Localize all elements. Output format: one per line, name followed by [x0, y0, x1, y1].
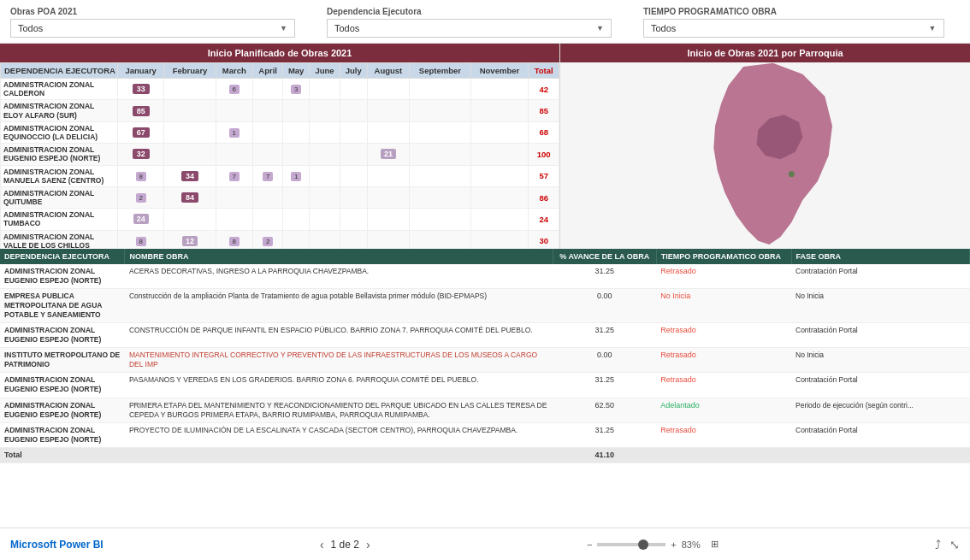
filter-bar: Obras POA 2021 Todos ▼ Dependencia Ejecu… [0, 0, 970, 44]
th-obra: NOMBRE OBRA [125, 249, 553, 264]
filter-dep-select[interactable]: Todos ▼ [327, 19, 612, 38]
sep-cell [410, 230, 470, 249]
detail-dep: ADMINISTRACION ZONAL EUGENIO ESPEJO (NOR… [0, 264, 125, 289]
mar-cell: 6 [216, 79, 252, 100]
prev-page-button[interactable]: ‹ [320, 538, 324, 551]
detail-obra: CONSTRUCCIÓN DE PARQUE INFANTIL EN ESPAC… [125, 323, 553, 348]
jul-cell [340, 230, 367, 249]
aug-cell [367, 79, 410, 100]
jan-cell: 8 [117, 165, 164, 186]
feb-cell: 12 [164, 230, 216, 249]
col-feb: February [164, 63, 216, 79]
dep-cell: ADMINISTRACION ZONAL EQUINOCCIO (LA DELI… [1, 121, 118, 143]
page-sep: de [340, 539, 354, 551]
filter-tiempo-arrow: ▼ [929, 24, 937, 32]
aug-cell [367, 186, 410, 208]
detail-dep: ADMINISTRACION ZONAL EUGENIO ESPEJO (NOR… [0, 422, 125, 447]
nov-cell [470, 209, 529, 230]
apr-cell [253, 79, 283, 100]
jun-cell [310, 121, 340, 143]
col-sep: September [410, 63, 470, 79]
detail-tiempo: Adelantado [656, 398, 791, 422]
filter-obras-value: Todos [18, 23, 43, 33]
col-apr: April [253, 63, 283, 79]
col-total: Total [529, 63, 559, 79]
detail-obra: MANTENIMIENTO INTEGRAL CORRECTIVO Y PREV… [125, 348, 553, 373]
detail-dep: ADMINISTRACION ZONAL EUGENIO ESPEJO (NOR… [0, 373, 125, 398]
jun-cell [310, 165, 340, 186]
feb-cell [164, 100, 216, 121]
detail-total-obra [125, 447, 553, 463]
next-page-button[interactable]: › [366, 538, 370, 551]
gantt-title: Inicio Planificado de Obras 2021 [0, 44, 559, 62]
gantt-row: ADMINISTRACION ZONAL QUITUMBE 2 84 86 [1, 186, 559, 208]
detail-total-pct: 41.10 [553, 447, 656, 463]
filter-dep-value: Todos [334, 23, 359, 33]
may-cell [283, 144, 310, 165]
detail-fase: Contratación Portal [791, 373, 970, 398]
detail-obra: PROYECTO DE ILUMINACIÓN DE LA ESCALINATA… [125, 422, 553, 447]
nov-cell [470, 165, 529, 186]
detail-section: DEPENDENCIA EJECUTORA NOMBRE OBRA % AVAN… [0, 249, 970, 528]
dep-cell: ADMINISTRACION ZONAL CALDERON [1, 79, 118, 100]
zoom-icon[interactable]: ⊞ [711, 539, 719, 550]
jan-cell: 24 [117, 209, 164, 230]
detail-total-tiempo [656, 447, 791, 463]
filter-dep-label: Dependencia Ejecutora [327, 7, 643, 16]
detail-total-row: Total 41.10 [0, 447, 970, 463]
jan-cell: 67 [117, 121, 164, 143]
gantt-row: ADMINISTRACION ZONAL MANUELA SAENZ (CENT… [1, 165, 559, 186]
total-cell: 68 [529, 121, 559, 143]
aug-cell [367, 165, 410, 186]
filter-tiempo-select[interactable]: Todos ▼ [643, 19, 944, 38]
jul-cell [340, 186, 367, 208]
filter-obras-select[interactable]: Todos ▼ [10, 19, 295, 38]
zoom-slider[interactable] [597, 543, 665, 546]
zoom-plus[interactable]: + [671, 539, 676, 550]
detail-dep: ADMINISTRACION ZONAL EUGENIO ESPEJO (NOR… [0, 398, 125, 422]
th-tiempo: TIEMPO PROGRAMATICO OBRA [656, 249, 791, 264]
detail-fase: No Inicia [791, 348, 970, 373]
aug-cell [367, 121, 410, 143]
feb-cell [164, 144, 216, 165]
filter-dep-arrow: ▼ [596, 24, 604, 32]
gantt-row: ADMINISTRACION ZONAL EUGENIO ESPEJO (NOR… [1, 144, 559, 165]
nov-cell [470, 121, 529, 143]
detail-row: ADMINISTRACION ZONAL EUGENIO ESPEJO (NOR… [0, 264, 970, 289]
col-may: May [283, 63, 310, 79]
filter-obras-arrow: ▼ [280, 24, 287, 32]
col-jun: June [310, 63, 340, 79]
mar-cell [216, 100, 252, 121]
col-aug: August [367, 63, 410, 79]
zoom-thumb [638, 539, 648, 550]
detail-pct: 31.25 [553, 422, 656, 447]
dep-cell: ADMINISTRACION ZONAL MANUELA SAENZ (CENT… [1, 165, 118, 186]
expand-icon[interactable]: ⤡ [949, 538, 960, 551]
total-cell: 57 [529, 165, 559, 186]
detail-pct: 0.00 [553, 289, 656, 323]
detail-obra: PASAMANOS Y VEREDAS EN LOS GRADERIOS. BA… [125, 373, 553, 398]
nov-cell [470, 230, 529, 249]
zoom-minus[interactable]: − [587, 539, 592, 550]
total-cell: 100 [529, 144, 559, 165]
jun-cell [310, 79, 340, 100]
col-jul: July [340, 63, 367, 79]
detail-dep: EMPRESA PUBLICA METROPOLITANA DE AGUA PO… [0, 289, 125, 323]
may-cell [283, 209, 310, 230]
page-current: 1 [331, 539, 337, 551]
gantt-table: DEPENDENCIA EJECUTORA January February M… [0, 62, 559, 249]
share-icon[interactable]: ⤴ [935, 538, 941, 551]
page-indicator: 1 de 2 [331, 539, 359, 551]
powerbi-link[interactable]: Microsoft Power BI [10, 539, 104, 551]
gantt-scroll[interactable]: DEPENDENCIA EJECUTORA January February M… [0, 62, 559, 249]
map-area [560, 62, 970, 249]
filter-tiempo-value: Todos [651, 23, 676, 33]
zoom-value: 83% [682, 539, 701, 550]
gantt-row: ADMINISTRACION ZONAL ELOY ALFARO (SUR) 8… [1, 100, 559, 121]
aug-cell [367, 100, 410, 121]
content-area: Inicio Planificado de Obras 2021 DEPENDE… [0, 44, 970, 528]
apr-cell: 7 [253, 165, 283, 186]
mar-cell [216, 144, 252, 165]
detail-obra: ACERAS DECORATIVAS, INGRESO A LA PARROQU… [125, 264, 553, 289]
gantt-row: ADMINISTRACION ZONAL VALLE DE LOS CHILLO… [1, 230, 559, 249]
